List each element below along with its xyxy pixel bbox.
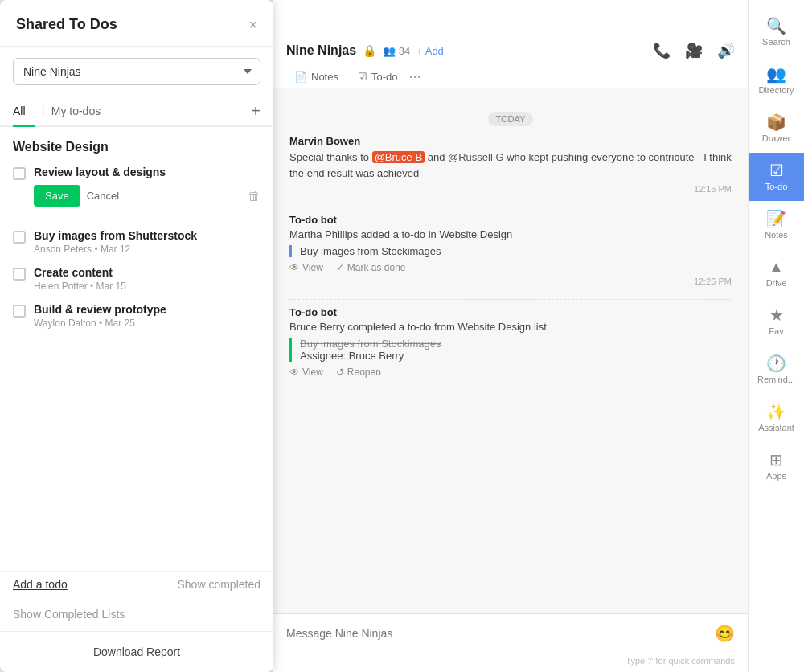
todo-title-2: Buy images from Shutterstock (34, 229, 260, 242)
edit-actions: Save Cancel 🗑 (34, 185, 260, 207)
message-time-1: 12:15 PM (289, 184, 732, 194)
nav-item-remind[interactable]: 🕐 Remind... (749, 346, 804, 394)
edit-area: Review layout & designs Save Cancel 🗑 (34, 166, 260, 207)
view-button-1[interactable]: 👁 View (289, 262, 323, 273)
todo-meta-4: Waylon Dalton • Mar 25 (34, 318, 260, 329)
directory-icon: 👥 (766, 66, 786, 82)
notes-tab-icon: 📄 (294, 71, 307, 83)
emoji-button[interactable]: 😊 (715, 624, 735, 643)
mention-russell: @Russell G (448, 151, 504, 163)
bot-sender-1: To-do bot (289, 214, 732, 226)
message-group-1: Marvin Bowen Special thanks to @Bruce B … (289, 135, 732, 194)
bot-todo-item-2: Buy images from Stockimages Assignee: Br… (289, 338, 732, 362)
check-icon: ✓ (336, 262, 344, 273)
bot-sender-2: To-do bot (289, 306, 732, 318)
header-top: Nine Ninjas 🔒 👥 34 + Add 📞 🎥 🔊 (286, 42, 735, 66)
notes-tab-label: Notes (311, 71, 338, 83)
todo-checkbox-4[interactable] (13, 305, 26, 318)
separator-2 (289, 299, 732, 300)
todo-checkbox-1[interactable] (13, 167, 26, 180)
todo-item-1: Review layout & designs Save Cancel 🗑 (13, 166, 260, 218)
nav-item-notes[interactable]: 📝 Notes (749, 201, 804, 249)
show-completed-button[interactable]: Show completed (177, 578, 260, 591)
nav-label-assistant: Assistant (758, 423, 794, 432)
audio-button[interactable]: 🔊 (717, 42, 735, 59)
members-count: 👥 34 (383, 45, 410, 57)
todo-checkbox-2[interactable] (13, 231, 26, 244)
more-tabs-button[interactable]: ··· (409, 68, 421, 85)
group-dropdown[interactable]: Nine Ninjas (13, 58, 260, 85)
message-sender-1: Marvin Bowen (289, 135, 732, 147)
todo-tab-label: To-do (371, 71, 398, 83)
bottom-links: Add a todo Show completed (0, 571, 273, 597)
tab-all[interactable]: All (13, 96, 35, 125)
bot-todo-item-1: Buy images from Stockimages (289, 245, 732, 257)
todo-item-3: Create content Helen Potter • Mar 15 (13, 266, 260, 292)
todo-meta-3: Helen Potter • Mar 15 (34, 281, 260, 292)
todo-checkbox-3[interactable] (13, 268, 26, 281)
chat-input[interactable] (286, 627, 715, 640)
nav-item-directory[interactable]: 👥 Directory (749, 56, 804, 104)
nav-item-fav[interactable]: ★ Fav (749, 297, 804, 346)
download-report-button[interactable]: Download Report (93, 645, 180, 658)
add-todo-button[interactable]: Add a todo (13, 578, 68, 591)
notes-nav-icon: 📝 (766, 211, 786, 227)
todo-title-4: Build & review prototype (34, 303, 260, 316)
sidebar-header: Shared To Dos × (0, 0, 273, 47)
edit-title: Review layout & designs (34, 166, 260, 178)
todo-item-4: Build & review prototype Waylon Dalton •… (13, 303, 260, 329)
fav-icon: ★ (769, 307, 784, 323)
add-member-link[interactable]: + Add (416, 45, 444, 57)
quick-cmd-hint: Type '/' for quick commands (273, 653, 748, 672)
todo-title-3: Create content (34, 266, 260, 279)
drive-icon: ▲ (769, 259, 785, 275)
save-button[interactable]: Save (34, 185, 80, 207)
cancel-button[interactable]: Cancel (87, 190, 119, 202)
eye-icon: 👁 (289, 262, 299, 273)
todo-list: Website Design Review layout & designs S… (0, 127, 273, 571)
nav-item-assistant[interactable]: ✨ Assistant (749, 394, 804, 442)
group-title: Website Design (13, 140, 260, 154)
bot-message-1: To-do bot Martha Phillips added a to-do … (289, 214, 732, 286)
bot-body-2: Bruce Berry completed a to-do from Websi… (289, 321, 732, 378)
header-actions: 📞 🎥 🔊 (653, 42, 735, 59)
tab-my-todos[interactable]: My to-dos (51, 96, 110, 125)
nav-item-drive[interactable]: ▲ Drive (749, 249, 804, 297)
nav-item-search[interactable]: 🔍 Search (749, 8, 804, 56)
todo-nav-icon: ☑ (769, 162, 784, 178)
date-divider: TODAY (289, 111, 732, 125)
message-text-1: Special thanks to @Bruce B and @Russell … (289, 150, 732, 181)
download-report-bar: Download Report (0, 631, 273, 672)
add-tab-button[interactable]: + (251, 103, 260, 119)
todo-meta-2: Anson Peters • Mar 12 (34, 244, 260, 255)
nav-item-todo[interactable]: ☑ To-do (749, 153, 804, 201)
main-chat-area: Nine Ninjas 🔒 👥 34 + Add 📞 🎥 🔊 📄 Notes (273, 0, 748, 672)
call-button[interactable]: 📞 (653, 42, 671, 59)
shared-todos-panel: Shared To Dos × Nine Ninjas All | My to-… (0, 0, 273, 672)
header-left: Nine Ninjas 🔒 👥 34 + Add (286, 43, 444, 58)
reopen-button[interactable]: ↺ Reopen (336, 367, 381, 378)
close-button[interactable]: × (248, 18, 257, 32)
chat-tab-notes[interactable]: 📄 Notes (286, 66, 347, 88)
eye-icon-2: 👁 (289, 367, 299, 378)
assistant-icon: ✨ (766, 404, 786, 420)
nav-label-drive: Drive (766, 278, 787, 288)
nav-label-directory: Directory (758, 85, 794, 95)
todo-item-2: Buy images from Shutterstock Anson Peter… (13, 229, 260, 255)
apps-icon: ⊞ (769, 452, 783, 468)
nav-item-drawer[interactable]: 📦 Drawer (749, 104, 804, 153)
mark-done-button[interactable]: ✓ Mark as done (336, 262, 406, 273)
bot-time-1: 12:26 PM (289, 277, 732, 286)
nav-label-todo: To-do (765, 182, 788, 191)
reopen-icon: ↺ (336, 367, 344, 378)
show-completed-lists-button[interactable]: Show Completed Lists (13, 608, 125, 621)
nav-label-drawer: Drawer (762, 133, 790, 143)
chat-tab-todo[interactable]: ☑ To-do (350, 66, 406, 88)
app-container: Shared To Dos × Nine Ninjas All | My to-… (0, 0, 804, 672)
view-button-2[interactable]: 👁 View (289, 367, 323, 378)
nav-item-apps[interactable]: ⊞ Apps (749, 442, 804, 490)
delete-icon-button[interactable]: 🗑 (248, 189, 260, 203)
mention-bruce: @Bruce B (372, 151, 425, 163)
show-completed-lists-area: Show Completed Lists (0, 597, 273, 631)
video-button[interactable]: 🎥 (685, 42, 703, 59)
